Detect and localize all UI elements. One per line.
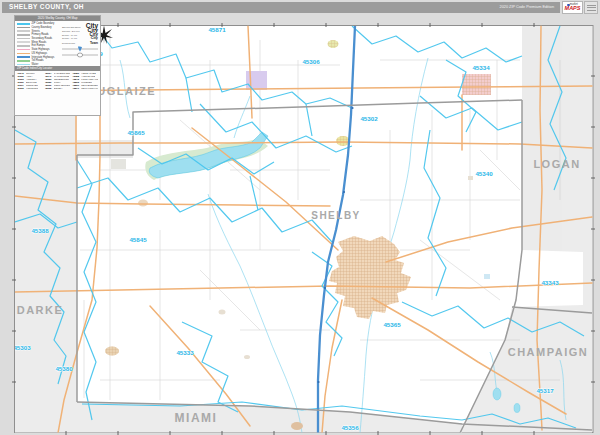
legend-item-label: Secondary Roads [32,37,53,40]
pond [493,388,501,400]
piqua-urban-area [291,422,303,430]
city-size-note: 50,000 - 99,999 [62,34,77,36]
legend-panel: 2020 Shelby County, OH Map ZIP Code Boun… [14,15,101,116]
zip-label: 45340 [475,170,493,177]
zip-index-zip: 45333 [17,87,25,90]
city-size-note: 100,000 - 249,999 [62,30,80,32]
logo-main-text: MAPS [563,6,582,12]
zip-index-zip: 45365 [45,87,53,90]
legend-item-label: Primary Roads [32,33,49,36]
zip-label: 45845 [129,236,147,243]
city-size-sample: Town [90,41,98,45]
legend-swatch [17,64,30,66]
zip-label: 45871 [208,26,226,33]
county-label: SHELBY [311,210,361,221]
page-title: SHELBY COUNTY, OH [9,3,84,10]
zip-label: 45356 [341,424,359,431]
legend-swatch [17,23,30,25]
legend-swatch [17,41,30,43]
zip-index-table: 43343 QUINCY 45302 ANNA 45303 ANSONIA 45… [15,71,100,91]
zip-label: 45306 [302,58,320,65]
city-size-sample: City [91,36,98,40]
zip-index-city: HOUSTON [26,87,38,90]
zip-label: 45388 [31,227,49,234]
us-highway-shield-sample [62,52,98,58]
legend-swatch [17,60,30,62]
legend-swatch [17,27,30,29]
zip-label: 45302 [360,115,378,122]
zip-index-row: 45365 SIDNEY [45,87,71,90]
legend-item-label: US Highways [32,52,48,55]
pond [514,404,520,413]
fort-loramie-urban-area [138,200,148,207]
legend-swatch [17,56,30,58]
legend-swatch [17,49,30,51]
zip-shaded-area [246,71,267,90]
legend-item-label: State Highways [32,48,50,51]
zip-label: 45333 [176,349,194,356]
minster-urban-area [111,159,126,169]
legend-swatch [17,38,30,40]
legend-swatch [17,45,30,47]
county-label: DARKE [17,304,64,316]
marketmaps-logo: market MAPS [562,1,583,14]
russia-urban-area [219,310,226,315]
zip-label: 45365 [383,321,401,328]
zip-index-row: 45333 HOUSTON [17,87,43,90]
city-size-note: below 10,000 [62,42,75,44]
title-bar: SHELBY COUNTY, OH 2020 ZIP Code Premium … [2,2,560,13]
legend-swatch [17,34,30,36]
maplewood-urban-area [468,176,473,180]
zip-index-city: SIDNEY [54,87,63,90]
legend-swatch [17,30,30,32]
edition-label: 2020 ZIP Code Premium Edition [500,5,554,9]
port-jefferson-urban-area [484,274,490,279]
map-page: AUGLAIZE LOGAN SHELBY DARKE CHAMPAIGN MI… [0,0,600,435]
legend-swatch [17,53,30,55]
legend-item-label: County Boundary [32,26,52,29]
county-label: LOGAN [533,158,580,170]
legend-item-label: Toll Roads [32,59,44,62]
city-size-note: 10,000 - 49,999 [62,37,77,39]
houston-urban-area [244,355,250,359]
city-size-note: 250,000 and above [62,26,81,28]
legend-items: ZIP Code Boundary County Boundary Street… [17,22,60,66]
zip-label: 45380 [55,365,73,372]
zip-label: 45865 [127,129,145,136]
county-label: MIAMI [175,411,218,425]
zip-index-row: 45871 NEW KNOXVILLE [72,87,98,90]
zip-index-city: NEW KNOXVILLE [81,87,98,90]
county-label: CHAMPAIGN [508,346,589,358]
legend-item-label: ZIP Code Boundary [32,22,55,25]
zip-index-zip: 45871 [72,87,80,90]
vendor-badge [584,1,598,14]
zip-label: 43343 [541,279,559,286]
legend-city-sizes: 250,000 and above City 100,000 - 249,999… [62,22,98,66]
zip-label: 45334 [472,64,490,71]
zip-label: 45303 [13,344,31,351]
zip-label: 45317 [536,387,554,394]
